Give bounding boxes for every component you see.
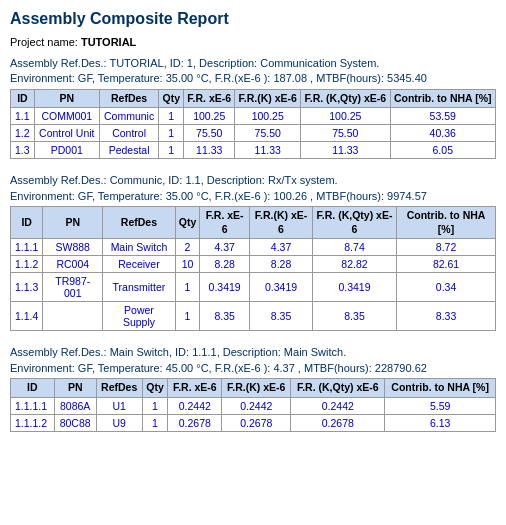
cell-2-3-7: 0.3419 — [312, 273, 396, 302]
cell-2-3-6: 0.3419 — [250, 273, 313, 302]
table-row: 1.3PD001Pedestal111.3311.3311.336.05 — [11, 142, 496, 159]
cell-3-1-2: 8086A — [54, 397, 96, 414]
cell-3-1-8: 5.59 — [385, 397, 496, 414]
col-header-1-4: Qty — [159, 89, 184, 108]
cell-1-3-2: PD001 — [34, 142, 99, 159]
cell-2-3-8: 0.34 — [397, 273, 496, 302]
table-row: 1.1.3TR987-001Transmitter10.34190.34190.… — [11, 273, 496, 302]
cell-2-3-2: TR987-001 — [43, 273, 103, 302]
col-header-2-4: Qty — [175, 207, 200, 239]
cell-2-1-6: 4.37 — [250, 239, 313, 256]
cell-2-2-1: 1.1.2 — [11, 256, 43, 273]
cell-1-1-1: 1.1 — [11, 108, 35, 125]
table-row: 1.1.4Power Supply18.358.358.358.33 — [11, 302, 496, 331]
table-row: 1.1.1SW888Main Switch24.374.378.748.72 — [11, 239, 496, 256]
col-header-2-3: RefDes — [103, 207, 176, 239]
col-header-3-2: PN — [54, 379, 96, 398]
section-table-3: IDPNRefDesQtyF.R. xE-6F.R.(K) xE-6F.R. (… — [10, 378, 496, 432]
col-header-2-1: ID — [11, 207, 43, 239]
cell-3-2-7: 0.2678 — [291, 414, 385, 431]
cell-1-1-7: 100.25 — [301, 108, 390, 125]
cell-2-1-4: 2 — [175, 239, 200, 256]
cell-2-2-3: Receiver — [103, 256, 176, 273]
cell-2-4-7: 8.35 — [312, 302, 396, 331]
cell-1-3-4: 1 — [159, 142, 184, 159]
cell-3-1-7: 0.2442 — [291, 397, 385, 414]
cell-2-1-1: 1.1.1 — [11, 239, 43, 256]
col-header-2-5: F.R. xE-6 — [200, 207, 250, 239]
col-header-3-8: Contrib. to NHA [%] — [385, 379, 496, 398]
cell-2-3-3: Transmitter — [103, 273, 176, 302]
cell-3-2-3: U9 — [96, 414, 142, 431]
cell-2-2-7: 82.82 — [312, 256, 396, 273]
cell-2-2-2: RC004 — [43, 256, 103, 273]
cell-3-2-5: 0.2678 — [168, 414, 222, 431]
cell-1-3-3: Pedestal — [99, 142, 159, 159]
cell-2-3-1: 1.1.3 — [11, 273, 43, 302]
section-header-1: Assembly Ref.Des.: TUTORIAL, ID: 1, Desc… — [10, 56, 496, 87]
cell-1-1-4: 1 — [159, 108, 184, 125]
cell-2-1-5: 4.37 — [200, 239, 250, 256]
cell-1-1-8: 53.59 — [390, 108, 495, 125]
col-header-3-4: Qty — [142, 379, 168, 398]
section-block-1: Assembly Ref.Des.: TUTORIAL, ID: 1, Desc… — [10, 56, 496, 159]
cell-1-3-8: 6.05 — [390, 142, 495, 159]
section-table-1: IDPNRefDesQtyF.R. xE-6F.R.(K) xE-6F.R. (… — [10, 89, 496, 160]
cell-1-3-7: 11.33 — [301, 142, 390, 159]
cell-1-2-7: 75.50 — [301, 125, 390, 142]
cell-2-4-3: Power Supply — [103, 302, 176, 331]
col-header-1-8: Contrib. to NHA [%] — [390, 89, 495, 108]
table-row: 1.1.2RC004Receiver108.288.2882.8282.61 — [11, 256, 496, 273]
cell-2-2-4: 10 — [175, 256, 200, 273]
cell-3-2-2: 80C88 — [54, 414, 96, 431]
col-header-1-1: ID — [11, 89, 35, 108]
cell-3-2-4: 1 — [142, 414, 168, 431]
cell-1-2-4: 1 — [159, 125, 184, 142]
table-row: 1.1COMM001Communic1100.25100.25100.2553.… — [11, 108, 496, 125]
cell-1-2-8: 40.36 — [390, 125, 495, 142]
cell-3-1-5: 0.2442 — [168, 397, 222, 414]
table-row: 1.2Control UnitControl175.5075.5075.5040… — [11, 125, 496, 142]
cell-2-4-6: 8.35 — [250, 302, 313, 331]
cell-2-4-1: 1.1.4 — [11, 302, 43, 331]
col-header-1-2: PN — [34, 89, 99, 108]
cell-2-2-6: 8.28 — [250, 256, 313, 273]
cell-1-2-2: Control Unit — [34, 125, 99, 142]
cell-1-3-5: 11.33 — [184, 142, 235, 159]
col-header-3-3: RefDes — [96, 379, 142, 398]
cell-3-1-1: 1.1.1.1 — [11, 397, 55, 414]
cell-1-1-3: Communic — [99, 108, 159, 125]
table-row: 1.1.1.18086AU110.24420.24420.24425.59 — [11, 397, 496, 414]
cell-2-1-8: 8.72 — [397, 239, 496, 256]
col-header-1-5: F.R. xE-6 — [184, 89, 235, 108]
cell-2-1-3: Main Switch — [103, 239, 176, 256]
col-header-3-7: F.R. (K,Qty) xE-6 — [291, 379, 385, 398]
page-title: Assembly Composite Report — [10, 10, 496, 28]
cell-1-3-1: 1.3 — [11, 142, 35, 159]
cell-3-1-4: 1 — [142, 397, 168, 414]
section-table-2: IDPNRefDesQtyF.R. xE-6F.R.(K) xE-6F.R. (… — [10, 206, 496, 331]
cell-2-2-8: 82.61 — [397, 256, 496, 273]
cell-2-4-5: 8.35 — [200, 302, 250, 331]
cell-1-2-6: 75.50 — [235, 125, 301, 142]
col-header-2-7: F.R. (K,Qty) xE-6 — [312, 207, 396, 239]
cell-2-4-2 — [43, 302, 103, 331]
col-header-1-3: RefDes — [99, 89, 159, 108]
cell-2-1-7: 8.74 — [312, 239, 396, 256]
col-header-3-6: F.R.(K) xE-6 — [222, 379, 291, 398]
col-header-3-1: ID — [11, 379, 55, 398]
section-block-3: Assembly Ref.Des.: Main Switch, ID: 1.1.… — [10, 345, 496, 431]
cell-3-1-3: U1 — [96, 397, 142, 414]
col-header-1-6: F.R.(K) xE-6 — [235, 89, 301, 108]
section-block-2: Assembly Ref.Des.: Communic, ID: 1.1, De… — [10, 173, 496, 331]
cell-1-1-2: COMM001 — [34, 108, 99, 125]
cell-3-2-6: 0.2678 — [222, 414, 291, 431]
cell-1-1-6: 100.25 — [235, 108, 301, 125]
col-header-2-2: PN — [43, 207, 103, 239]
cell-1-2-1: 1.2 — [11, 125, 35, 142]
col-header-3-5: F.R. xE-6 — [168, 379, 222, 398]
cell-3-2-8: 6.13 — [385, 414, 496, 431]
cell-3-1-6: 0.2442 — [222, 397, 291, 414]
col-header-2-8: Contrib. to NHA [%] — [397, 207, 496, 239]
cell-2-1-2: SW888 — [43, 239, 103, 256]
